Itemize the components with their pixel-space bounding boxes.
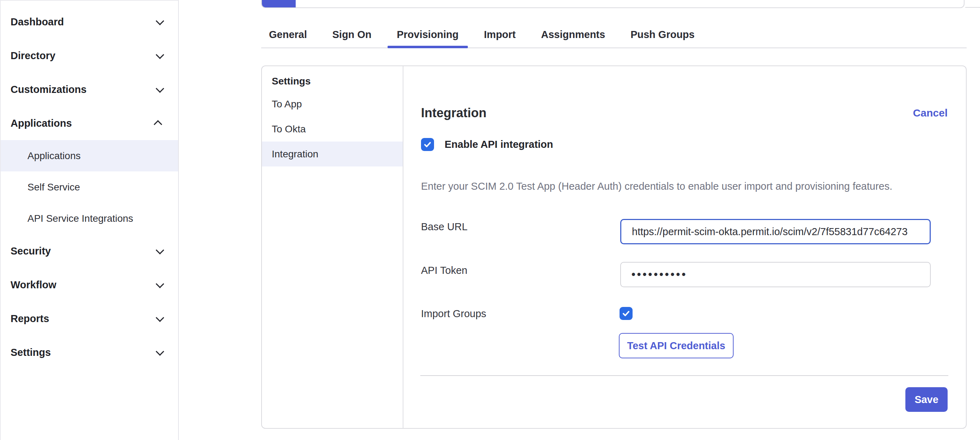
credentials-description: Enter your SCIM 2.0 Test App (Header Aut… (421, 179, 948, 194)
sidebar-item-settings[interactable]: Settings (1, 335, 178, 369)
chevron-down-icon (156, 84, 164, 92)
tab-import[interactable]: Import (484, 29, 516, 40)
settings-nav-item-to-okta[interactable]: To Okta (262, 116, 403, 141)
app-tab-bar: General Sign On Provisioning Import Assi… (261, 0, 967, 48)
base-url-label: Base URL (421, 221, 468, 233)
okta-admin-page: Dashboard Directory Customizations Appli… (0, 0, 980, 440)
sidebar-item-reports[interactable]: Reports (1, 302, 178, 335)
sidebar-item-label: Reports (11, 313, 49, 324)
sidebar-item-directory[interactable]: Directory (1, 39, 178, 73)
sidebar-subitem-label: API Service Integrations (27, 213, 133, 224)
tab-assignments[interactable]: Assignments (541, 29, 605, 40)
chevron-down-icon (156, 313, 164, 322)
integration-form: Integration Cancel Enable API integratio… (403, 66, 966, 428)
provisioning-card: Settings To App To Okta Integration Inte… (261, 65, 967, 429)
sidebar-item-security[interactable]: Security (1, 234, 178, 268)
chevron-down-icon (156, 50, 164, 59)
sidebar-item-workflow[interactable]: Workflow (1, 268, 178, 302)
sidebar-item-label: Settings (11, 347, 51, 358)
top-divider-line (965, 7, 980, 8)
sidebar-item-label: Customizations (11, 84, 87, 95)
sidebar-item-label: Applications (11, 118, 72, 129)
sidebar-item-customizations[interactable]: Customizations (1, 73, 178, 106)
chevron-down-icon (156, 347, 164, 356)
test-api-credentials-button[interactable]: Test API Credentials (619, 333, 733, 358)
chevron-down-icon (156, 17, 164, 25)
footer-divider (420, 375, 948, 376)
api-token-input[interactable] (620, 262, 931, 287)
save-button[interactable]: Save (905, 387, 948, 412)
sidebar-item-label: Dashboard (11, 16, 64, 28)
sidebar-item-label: Security (11, 245, 51, 257)
enable-api-integration-label: Enable API integration (445, 139, 553, 150)
enable-api-integration-checkbox[interactable] (421, 138, 434, 151)
sidebar-item-label: Directory (11, 50, 55, 62)
sidebar-item-dashboard[interactable]: Dashboard (1, 5, 178, 39)
tab-provisioning[interactable]: Provisioning (397, 29, 459, 40)
sidebar-subitem-label: Self Service (27, 182, 80, 193)
sidebar: Dashboard Directory Customizations Appli… (0, 0, 179, 440)
api-token-label: API Token (421, 265, 468, 276)
page-title: Integration (421, 106, 487, 121)
checkmark-icon (622, 310, 630, 318)
sidebar-subitem-applications[interactable]: Applications (1, 140, 178, 172)
chevron-down-icon (156, 246, 164, 254)
sidebar-item-label: Workflow (11, 279, 56, 291)
sidebar-subitem-self-service[interactable]: Self Service (1, 172, 178, 203)
sidebar-subitem-label: Applications (27, 150, 81, 162)
import-groups-label: Import Groups (421, 308, 486, 319)
cancel-link[interactable]: Cancel (913, 107, 948, 119)
import-groups-checkbox[interactable] (620, 307, 633, 320)
checkmark-icon (423, 140, 431, 149)
settings-nav: Settings To App To Okta Integration (262, 66, 403, 428)
tab-push-groups[interactable]: Push Groups (630, 29, 695, 40)
base-url-input[interactable] (620, 219, 931, 244)
chevron-up-icon (154, 120, 162, 129)
settings-nav-item-integration[interactable]: Integration (262, 141, 403, 167)
sidebar-subitem-api-service-integrations[interactable]: API Service Integrations (1, 203, 178, 234)
chevron-down-icon (156, 280, 164, 288)
tab-general[interactable]: General (269, 29, 307, 40)
settings-nav-item-to-app[interactable]: To App (262, 92, 403, 116)
tab-sign-on[interactable]: Sign On (332, 29, 371, 40)
sidebar-item-applications[interactable]: Applications (1, 106, 178, 140)
settings-nav-header: Settings (262, 71, 403, 92)
